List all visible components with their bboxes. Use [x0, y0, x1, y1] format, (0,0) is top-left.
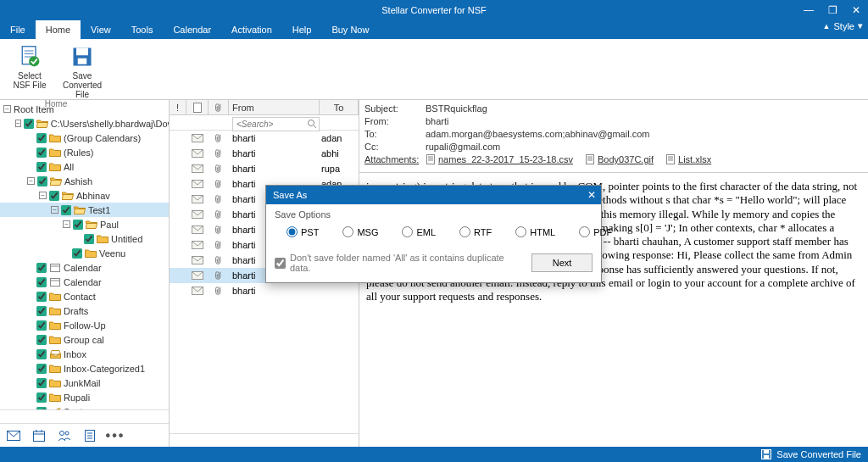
- message-row[interactable]: bhartiadan: [170, 131, 359, 146]
- search-icon[interactable]: [307, 117, 317, 127]
- tree-node[interactable]: Calendar: [0, 260, 169, 275]
- more-icon[interactable]: •••: [108, 429, 122, 443]
- tree-checkbox[interactable]: [36, 292, 47, 302]
- radio-input[interactable]: [287, 226, 298, 237]
- tree-node[interactable]: −Paul: [0, 217, 169, 231]
- tree-node[interactable]: Veenu: [0, 246, 169, 260]
- tree-checkbox[interactable]: [37, 176, 47, 186]
- tree-checkbox[interactable]: [36, 320, 47, 331]
- tree-horizontal-scrollbar[interactable]: [0, 409, 169, 423]
- tree-node[interactable]: Contact: [0, 289, 169, 303]
- save-converted-file-button[interactable]: Save Converted File: [58, 42, 107, 99]
- column-attachment-icon[interactable]: [209, 100, 229, 114]
- close-button[interactable]: ✕: [844, 0, 868, 20]
- tree-node[interactable]: −Abhinav: [0, 188, 169, 203]
- attachment-item[interactable]: List.xlsx: [665, 154, 711, 164]
- menu-calendar[interactable]: Calendar: [163, 20, 221, 39]
- tree-checkbox[interactable]: [36, 349, 47, 359]
- tree-expander[interactable]: −: [15, 120, 21, 127]
- tree-node[interactable]: Inbox-Categorized1: [0, 361, 169, 376]
- tree-node[interactable]: Rupali: [0, 390, 169, 404]
- dialog-close-button[interactable]: ✕: [587, 189, 596, 201]
- folder-tree[interactable]: −Root Item−C:\Users\shelly.bhardwaj\Down…: [0, 100, 169, 409]
- tree-checkbox[interactable]: [49, 191, 59, 201]
- tree-node[interactable]: (Rules): [0, 145, 169, 159]
- tree-checkbox[interactable]: [36, 133, 47, 143]
- tree-expander[interactable]: −: [63, 220, 70, 228]
- tree-checkbox[interactable]: [36, 263, 47, 273]
- tree-node[interactable]: Drafts: [0, 303, 169, 318]
- tree-node[interactable]: −Test1: [0, 203, 169, 217]
- skip-all-folder-checkbox[interactable]: Don't save folder named 'All' as it cont…: [275, 253, 526, 273]
- tree-checkbox[interactable]: [36, 277, 47, 287]
- attachment-item[interactable]: names_22-3-2017_15-23-18.csv: [426, 154, 573, 164]
- tree-node[interactable]: All: [0, 159, 169, 174]
- tree-expander[interactable]: −: [39, 192, 47, 199]
- calendar-icon[interactable]: [32, 429, 46, 443]
- format-radio-pst[interactable]: PST: [287, 226, 319, 237]
- menu-home[interactable]: Home: [36, 20, 81, 39]
- tree-node[interactable]: −Root Item: [0, 102, 169, 116]
- column-from[interactable]: From: [229, 100, 320, 114]
- radio-input[interactable]: [459, 226, 470, 237]
- tree-checkbox[interactable]: [36, 306, 47, 316]
- tree-checkbox[interactable]: [36, 392, 47, 403]
- menu-tools[interactable]: Tools: [121, 20, 164, 39]
- tree-checkbox[interactable]: [36, 148, 47, 158]
- format-radio-rtf[interactable]: RTF: [459, 226, 492, 237]
- tree-checkbox[interactable]: [36, 162, 47, 172]
- tree-node[interactable]: Inbox: [0, 347, 169, 361]
- mail-icon[interactable]: [7, 429, 20, 443]
- message-row[interactable]: bharti: [170, 283, 359, 298]
- format-radio-msg[interactable]: MSG: [342, 226, 378, 237]
- menu-help[interactable]: Help: [282, 20, 322, 39]
- column-to[interactable]: To: [320, 100, 359, 114]
- menu-view[interactable]: View: [81, 20, 121, 39]
- column-type-icon[interactable]: [186, 100, 209, 114]
- tree-checkbox[interactable]: [24, 119, 34, 129]
- tree-checkbox[interactable]: [61, 205, 71, 215]
- restore-button[interactable]: ❐: [821, 0, 844, 20]
- list-horizontal-scrollbar[interactable]: [170, 433, 359, 447]
- tree-checkbox[interactable]: [36, 378, 47, 388]
- tree-checkbox[interactable]: [36, 335, 47, 345]
- tree-node[interactable]: Untitled: [0, 231, 169, 246]
- tree-node[interactable]: −Ashish: [0, 174, 169, 188]
- tree-node[interactable]: −C:\Users\shelly.bhardwaj\Downl: [0, 116, 169, 131]
- menu-buy-now[interactable]: Buy Now: [321, 20, 379, 39]
- format-radio-pdf[interactable]: PDF: [579, 226, 612, 237]
- menu-activation[interactable]: Activation: [221, 20, 282, 39]
- select-nsf-file-button[interactable]: Select NSF File: [5, 42, 54, 99]
- tree-expander[interactable]: −: [27, 177, 35, 185]
- tree-checkbox[interactable]: [73, 220, 83, 230]
- notes-icon[interactable]: [83, 429, 97, 443]
- radio-input[interactable]: [342, 226, 353, 237]
- tree-node[interactable]: Follow-Up: [0, 318, 169, 332]
- tree-node[interactable]: Calendar: [0, 275, 169, 289]
- tree-node[interactable]: (Group Calendars): [0, 131, 169, 145]
- minimize-button[interactable]: —: [797, 0, 821, 20]
- column-importance[interactable]: !: [170, 100, 186, 114]
- tree-checkbox[interactable]: [72, 248, 82, 259]
- menu-file[interactable]: File: [0, 20, 36, 39]
- tree-checkbox[interactable]: [36, 364, 47, 374]
- tree-expander[interactable]: −: [3, 105, 11, 113]
- tree-node[interactable]: JunkMail: [0, 376, 169, 390]
- radio-input[interactable]: [402, 226, 413, 237]
- tree-checkbox[interactable]: [84, 234, 94, 244]
- radio-input[interactable]: [515, 226, 526, 237]
- radio-input[interactable]: [579, 226, 590, 237]
- tree-node[interactable]: Group cal: [0, 332, 169, 347]
- status-label[interactable]: Save Converted File: [776, 449, 861, 459]
- checkbox-input[interactable]: [275, 258, 286, 269]
- tree-expander[interactable]: −: [51, 206, 58, 214]
- format-radio-html[interactable]: HTML: [515, 226, 555, 237]
- message-row[interactable]: bhartiabhi: [170, 146, 359, 161]
- style-menu[interactable]: ▲ Style ▾: [823, 20, 863, 31]
- dialog-title-bar[interactable]: Save As ✕: [266, 186, 601, 204]
- message-row[interactable]: bhartirupa: [170, 161, 359, 176]
- attachment-item[interactable]: Body037C.gif: [585, 154, 654, 164]
- next-button[interactable]: Next: [531, 253, 593, 272]
- format-radio-eml[interactable]: EML: [402, 226, 436, 237]
- contacts-icon[interactable]: [58, 429, 71, 443]
